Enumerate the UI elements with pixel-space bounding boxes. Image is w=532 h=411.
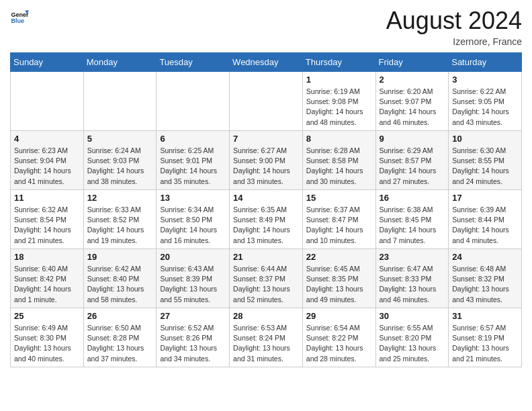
day-cell-1: 1Sunrise: 6:19 AM Sunset: 9:08 PM Daylig… bbox=[302, 72, 375, 131]
empty-cell bbox=[11, 72, 84, 131]
day-cell-24: 24Sunrise: 6:48 AM Sunset: 8:32 PM Dayli… bbox=[449, 249, 522, 308]
day-cell-30: 30Sunrise: 6:55 AM Sunset: 8:20 PM Dayli… bbox=[375, 308, 449, 367]
day-info: Sunrise: 6:45 AM Sunset: 8:35 PM Dayligh… bbox=[306, 264, 372, 305]
empty-cell bbox=[83, 72, 157, 131]
day-info: Sunrise: 6:57 AM Sunset: 8:19 PM Dayligh… bbox=[452, 323, 518, 364]
day-number: 10 bbox=[452, 134, 518, 144]
day-number: 21 bbox=[233, 252, 299, 262]
day-cell-14: 14Sunrise: 6:35 AM Sunset: 8:49 PM Dayli… bbox=[230, 190, 303, 249]
day-info: Sunrise: 6:52 AM Sunset: 8:26 PM Dayligh… bbox=[160, 323, 226, 364]
day-info: Sunrise: 6:25 AM Sunset: 9:01 PM Dayligh… bbox=[160, 146, 226, 187]
day-info: Sunrise: 6:40 AM Sunset: 8:42 PM Dayligh… bbox=[14, 264, 80, 305]
day-number: 3 bbox=[452, 75, 518, 85]
day-cell-5: 5Sunrise: 6:24 AM Sunset: 9:03 PM Daylig… bbox=[83, 131, 157, 190]
day-info: Sunrise: 6:19 AM Sunset: 9:08 PM Dayligh… bbox=[306, 87, 372, 128]
day-cell-31: 31Sunrise: 6:57 AM Sunset: 8:19 PM Dayli… bbox=[449, 308, 522, 367]
day-info: Sunrise: 6:33 AM Sunset: 8:52 PM Dayligh… bbox=[87, 205, 153, 246]
day-cell-22: 22Sunrise: 6:45 AM Sunset: 8:35 PM Dayli… bbox=[302, 249, 375, 308]
day-number: 16 bbox=[380, 193, 445, 203]
day-cell-19: 19Sunrise: 6:42 AM Sunset: 8:40 PM Dayli… bbox=[83, 249, 157, 308]
day-number: 4 bbox=[14, 134, 80, 144]
weekday-header-row: SundayMondayTuesdayWednesdayThursdayFrid… bbox=[11, 53, 522, 72]
day-number: 28 bbox=[233, 311, 299, 321]
day-info: Sunrise: 6:30 AM Sunset: 8:55 PM Dayligh… bbox=[452, 146, 518, 187]
month-title: August 2024 bbox=[386, 7, 522, 35]
day-number: 14 bbox=[233, 193, 299, 203]
day-cell-15: 15Sunrise: 6:37 AM Sunset: 8:47 PM Dayli… bbox=[302, 190, 375, 249]
day-number: 8 bbox=[306, 134, 372, 144]
week-row-1: 1Sunrise: 6:19 AM Sunset: 9:08 PM Daylig… bbox=[11, 72, 522, 131]
day-info: Sunrise: 6:28 AM Sunset: 8:58 PM Dayligh… bbox=[306, 146, 372, 187]
day-number: 25 bbox=[14, 311, 80, 321]
day-cell-9: 9Sunrise: 6:29 AM Sunset: 8:57 PM Daylig… bbox=[375, 131, 449, 190]
day-cell-25: 25Sunrise: 6:49 AM Sunset: 8:30 PM Dayli… bbox=[11, 308, 84, 367]
day-info: Sunrise: 6:42 AM Sunset: 8:40 PM Dayligh… bbox=[87, 264, 153, 305]
day-cell-16: 16Sunrise: 6:38 AM Sunset: 8:45 PM Dayli… bbox=[375, 190, 449, 249]
day-info: Sunrise: 6:20 AM Sunset: 9:07 PM Dayligh… bbox=[380, 87, 445, 128]
day-number: 15 bbox=[306, 193, 372, 203]
weekday-header-wednesday: Wednesday bbox=[230, 53, 303, 72]
calendar-table: SundayMondayTuesdayWednesdayThursdayFrid… bbox=[10, 52, 522, 367]
day-number: 12 bbox=[87, 193, 153, 203]
title-block: August 2024 Izernore, France bbox=[386, 7, 522, 47]
day-info: Sunrise: 6:55 AM Sunset: 8:20 PM Dayligh… bbox=[380, 323, 445, 364]
day-cell-11: 11Sunrise: 6:32 AM Sunset: 8:54 PM Dayli… bbox=[11, 190, 84, 249]
week-row-2: 4Sunrise: 6:23 AM Sunset: 9:04 PM Daylig… bbox=[11, 131, 522, 190]
week-row-5: 25Sunrise: 6:49 AM Sunset: 8:30 PM Dayli… bbox=[11, 308, 522, 367]
day-number: 22 bbox=[306, 252, 372, 262]
day-number: 5 bbox=[87, 134, 153, 144]
day-info: Sunrise: 6:37 AM Sunset: 8:47 PM Dayligh… bbox=[306, 205, 372, 246]
week-row-3: 11Sunrise: 6:32 AM Sunset: 8:54 PM Dayli… bbox=[11, 190, 522, 249]
day-info: Sunrise: 6:24 AM Sunset: 9:03 PM Dayligh… bbox=[87, 146, 153, 187]
day-cell-18: 18Sunrise: 6:40 AM Sunset: 8:42 PM Dayli… bbox=[11, 249, 84, 308]
day-cell-21: 21Sunrise: 6:44 AM Sunset: 8:37 PM Dayli… bbox=[230, 249, 303, 308]
day-info: Sunrise: 6:29 AM Sunset: 8:57 PM Dayligh… bbox=[380, 146, 445, 187]
day-cell-6: 6Sunrise: 6:25 AM Sunset: 9:01 PM Daylig… bbox=[157, 131, 230, 190]
day-cell-4: 4Sunrise: 6:23 AM Sunset: 9:04 PM Daylig… bbox=[11, 131, 84, 190]
weekday-header-friday: Friday bbox=[375, 53, 449, 72]
day-number: 23 bbox=[380, 252, 445, 262]
day-cell-29: 29Sunrise: 6:54 AM Sunset: 8:22 PM Dayli… bbox=[302, 308, 375, 367]
day-cell-12: 12Sunrise: 6:33 AM Sunset: 8:52 PM Dayli… bbox=[83, 190, 157, 249]
day-info: Sunrise: 6:44 AM Sunset: 8:37 PM Dayligh… bbox=[233, 264, 299, 305]
day-info: Sunrise: 6:48 AM Sunset: 8:32 PM Dayligh… bbox=[452, 264, 518, 305]
day-number: 6 bbox=[160, 134, 226, 144]
day-number: 13 bbox=[160, 193, 226, 203]
weekday-header-tuesday: Tuesday bbox=[157, 53, 230, 72]
day-cell-8: 8Sunrise: 6:28 AM Sunset: 8:58 PM Daylig… bbox=[302, 131, 375, 190]
day-info: Sunrise: 6:34 AM Sunset: 8:50 PM Dayligh… bbox=[160, 205, 226, 246]
day-number: 20 bbox=[160, 252, 226, 262]
day-cell-17: 17Sunrise: 6:39 AM Sunset: 8:44 PM Dayli… bbox=[449, 190, 522, 249]
weekday-header-thursday: Thursday bbox=[302, 53, 375, 72]
day-cell-2: 2Sunrise: 6:20 AM Sunset: 9:07 PM Daylig… bbox=[375, 72, 449, 131]
weekday-header-saturday: Saturday bbox=[449, 53, 522, 72]
weekday-header-sunday: Sunday bbox=[11, 53, 84, 72]
day-number: 24 bbox=[452, 252, 518, 262]
week-row-4: 18Sunrise: 6:40 AM Sunset: 8:42 PM Dayli… bbox=[11, 249, 522, 308]
day-info: Sunrise: 6:49 AM Sunset: 8:30 PM Dayligh… bbox=[14, 323, 80, 364]
day-info: Sunrise: 6:39 AM Sunset: 8:44 PM Dayligh… bbox=[452, 205, 518, 246]
day-info: Sunrise: 6:38 AM Sunset: 8:45 PM Dayligh… bbox=[380, 205, 445, 246]
day-info: Sunrise: 6:53 AM Sunset: 8:24 PM Dayligh… bbox=[233, 323, 299, 364]
svg-text:Blue: Blue bbox=[11, 17, 24, 24]
day-info: Sunrise: 6:35 AM Sunset: 8:49 PM Dayligh… bbox=[233, 205, 299, 246]
day-number: 30 bbox=[380, 311, 445, 321]
day-number: 7 bbox=[233, 134, 299, 144]
day-info: Sunrise: 6:54 AM Sunset: 8:22 PM Dayligh… bbox=[306, 323, 372, 364]
day-info: Sunrise: 6:32 AM Sunset: 8:54 PM Dayligh… bbox=[14, 205, 80, 246]
day-cell-10: 10Sunrise: 6:30 AM Sunset: 8:55 PM Dayli… bbox=[449, 131, 522, 190]
day-number: 26 bbox=[87, 311, 153, 321]
day-cell-7: 7Sunrise: 6:27 AM Sunset: 9:00 PM Daylig… bbox=[230, 131, 303, 190]
day-number: 18 bbox=[14, 252, 80, 262]
logo-icon: General Blue bbox=[10, 7, 29, 26]
day-number: 11 bbox=[14, 193, 80, 203]
empty-cell bbox=[230, 72, 303, 131]
day-info: Sunrise: 6:23 AM Sunset: 9:04 PM Dayligh… bbox=[14, 146, 80, 187]
day-info: Sunrise: 6:22 AM Sunset: 9:05 PM Dayligh… bbox=[452, 87, 518, 128]
day-number: 19 bbox=[87, 252, 153, 262]
day-cell-27: 27Sunrise: 6:52 AM Sunset: 8:26 PM Dayli… bbox=[157, 308, 230, 367]
day-cell-20: 20Sunrise: 6:43 AM Sunset: 8:39 PM Dayli… bbox=[157, 249, 230, 308]
day-cell-26: 26Sunrise: 6:50 AM Sunset: 8:28 PM Dayli… bbox=[83, 308, 157, 367]
day-cell-13: 13Sunrise: 6:34 AM Sunset: 8:50 PM Dayli… bbox=[157, 190, 230, 249]
day-info: Sunrise: 6:27 AM Sunset: 9:00 PM Dayligh… bbox=[233, 146, 299, 187]
